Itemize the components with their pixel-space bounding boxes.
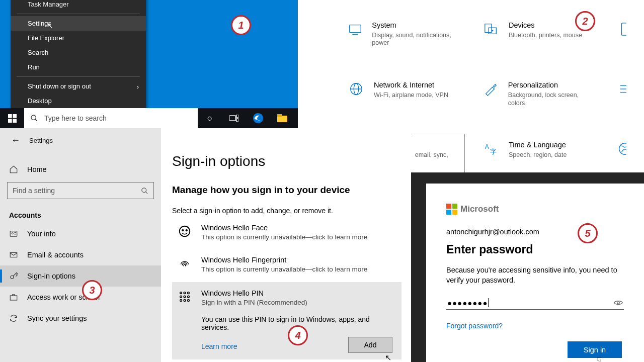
- face-icon: [177, 224, 192, 238]
- svg-rect-0: [8, 114, 12, 118]
- nav-work-school[interactable]: Access work or school: [0, 287, 161, 308]
- chevron-right-icon: ›: [137, 83, 139, 90]
- option-hello-face[interactable]: Windows Hello FaceThis option is current…: [172, 218, 401, 247]
- nav-sync[interactable]: Sync your settings: [0, 308, 161, 329]
- forgot-password-link[interactable]: Forgot password?: [446, 322, 503, 330]
- svg-text:字: 字: [490, 148, 497, 156]
- briefcase-icon: [9, 293, 18, 302]
- cat-title: Personalization: [508, 80, 594, 90]
- signin-button[interactable]: Sign in: [568, 341, 622, 358]
- eye-icon[interactable]: [614, 299, 623, 306]
- ctx-settings[interactable]: Settings: [11, 16, 146, 31]
- page-hint: Select a sign-in option to add, change, …: [172, 207, 401, 215]
- ctx-file-explorer[interactable]: File Explorer: [11, 31, 146, 45]
- svg-text:A: A: [485, 143, 490, 150]
- svg-point-47: [184, 300, 186, 302]
- taskbar: Type here to search ○: [0, 108, 298, 128]
- ms-signin-card: Microsoft antonchigurhjr@outlook.com Ent…: [426, 184, 644, 362]
- svg-point-28: [142, 188, 146, 192]
- settings-main: Sign-in options Manage how you sign in t…: [161, 128, 413, 362]
- ms-signin-overlay: Microsoft antonchigurhjr@outlook.com Ent…: [411, 172, 644, 362]
- start-button[interactable]: [0, 108, 24, 128]
- search-placeholder: Type here to search: [44, 114, 107, 122]
- svg-rect-3: [13, 119, 17, 123]
- xbox-icon: [617, 140, 627, 167]
- cat-sub: Speech, region, date: [509, 151, 567, 159]
- start-context-menu: Task Manager Settings File Explorer Sear…: [11, 0, 146, 110]
- svg-rect-17: [621, 23, 627, 35]
- caret-icon: [488, 298, 489, 307]
- svg-point-44: [184, 296, 186, 298]
- svg-rect-1: [13, 114, 17, 118]
- svg-point-27: [619, 143, 627, 155]
- system-icon: [348, 21, 363, 47]
- option-hello-fingerprint[interactable]: Windows Hello FingerprintThis option is …: [172, 250, 401, 279]
- svg-point-39: [186, 230, 187, 231]
- svg-rect-7: [236, 115, 238, 118]
- svg-point-16: [492, 30, 493, 31]
- back-button[interactable]: ←Settings: [0, 135, 161, 146]
- svg-rect-2: [8, 119, 12, 123]
- edge-icon[interactable]: [246, 108, 270, 128]
- pin-keypad-icon: [177, 289, 192, 303]
- divider: [17, 76, 140, 77]
- brush-icon: [482, 80, 499, 107]
- search-icon: [141, 187, 148, 195]
- phone-icon: [617, 21, 627, 47]
- svg-point-35: [11, 276, 14, 279]
- page-subtitle: Manage how you sign in to your device: [172, 185, 401, 196]
- nav-email-accounts[interactable]: Email & accounts: [0, 244, 161, 265]
- divider: [17, 14, 140, 14]
- ctx-task-manager[interactable]: Task Manager: [11, 0, 146, 12]
- ctx-run[interactable]: Run: [11, 60, 146, 74]
- arrow-left-icon: ←: [11, 135, 20, 146]
- learn-more-link[interactable]: Learn more: [201, 342, 237, 350]
- id-icon: [9, 229, 18, 238]
- cat-personalization[interactable]: PersonalizationBackground, lock screen, …: [477, 74, 600, 114]
- svg-rect-30: [10, 231, 17, 237]
- svg-rect-34: [10, 253, 17, 257]
- step-badge-4: 4: [288, 325, 308, 345]
- svg-rect-6: [229, 116, 235, 121]
- language-icon: A字: [482, 140, 500, 167]
- cat-network[interactable]: Network & InternetWi-Fi, airplane mode, …: [342, 74, 465, 114]
- ms-logo: Microsoft: [446, 204, 624, 215]
- nav-your-info[interactable]: Your info: [0, 223, 161, 244]
- cortana-icon[interactable]: ○: [198, 108, 222, 128]
- add-button[interactable]: Add: [348, 337, 392, 353]
- svg-point-43: [180, 296, 182, 298]
- svg-point-37: [180, 226, 190, 236]
- nav-home[interactable]: Home: [0, 165, 161, 174]
- taskbar-search[interactable]: Type here to search: [24, 108, 198, 128]
- ctx-shutdown[interactable]: Shut down or sign out›: [11, 79, 146, 94]
- svg-rect-8: [236, 119, 238, 122]
- find-setting-input[interactable]: Find a setting: [7, 182, 154, 199]
- svg-point-45: [188, 296, 190, 298]
- step-badge-1: 1: [231, 15, 251, 35]
- svg-point-40: [180, 292, 182, 294]
- cat-title: Devices: [509, 21, 582, 30]
- ctx-search[interactable]: Search: [11, 45, 146, 60]
- section-header: Accounts: [0, 199, 161, 223]
- password-input[interactable]: ●●●●●●●●: [446, 296, 624, 310]
- sync-icon: [9, 314, 18, 323]
- mail-icon: [9, 250, 18, 259]
- nav-signin-options[interactable]: Sign-in options: [0, 265, 161, 287]
- cursor-icon: ↖: [385, 353, 391, 362]
- cat-phone-cut[interactable]: [612, 14, 627, 54]
- svg-point-48: [188, 300, 190, 302]
- cat-apps-cut[interactable]: [612, 74, 627, 114]
- cat-gaming-cut[interactable]: [612, 134, 627, 173]
- svg-point-46: [180, 300, 182, 302]
- cat-system[interactable]: SystemDisplay, sound, notifications, pow…: [342, 14, 465, 54]
- cat-sub: Wi-Fi, airplane mode, VPN: [374, 92, 448, 100]
- globe-icon: [348, 80, 365, 107]
- svg-rect-12: [350, 25, 361, 33]
- ms-title: Enter password: [446, 243, 624, 256]
- cat-time-language[interactable]: A字 Time & LanguageSpeech, region, date: [477, 134, 600, 173]
- ctx-desktop[interactable]: Desktop: [11, 94, 146, 108]
- task-view-icon[interactable]: [222, 108, 246, 128]
- explorer-icon[interactable]: [270, 108, 294, 128]
- svg-rect-14: [485, 24, 492, 33]
- step-badge-3: 3: [82, 280, 102, 300]
